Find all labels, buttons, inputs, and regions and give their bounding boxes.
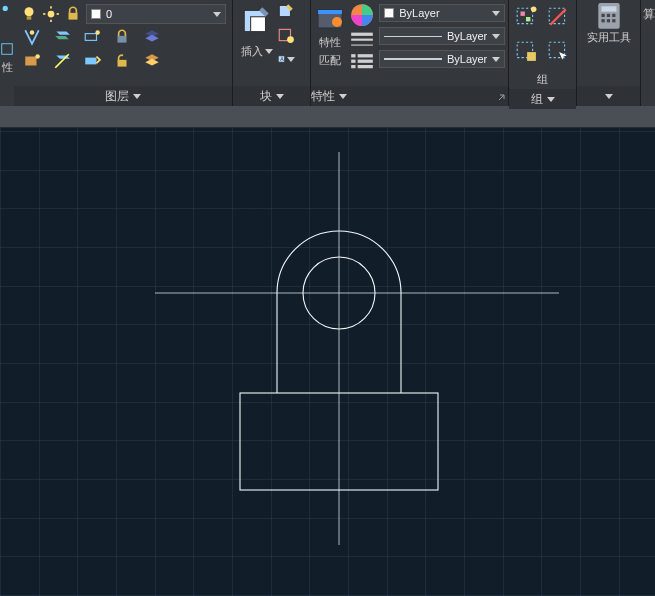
utilities-label: 实用工具	[587, 30, 631, 45]
svg-rect-43	[358, 60, 373, 63]
tab-strip[interactable]	[0, 106, 655, 128]
block-panel: 插入 A 块	[233, 0, 311, 106]
layer-off-icon[interactable]	[23, 28, 41, 46]
chevron-down-icon	[133, 94, 141, 99]
insert-label: 插入	[241, 44, 263, 59]
chevron-down-icon	[605, 94, 613, 99]
frag-label-1: 性	[0, 58, 14, 76]
match-properties-icon[interactable]	[315, 2, 345, 32]
lineweight-combo[interactable]: ByLayer	[379, 27, 505, 45]
svg-marker-17	[145, 35, 159, 42]
svg-marker-12	[55, 36, 69, 39]
block-edit-icon[interactable]	[277, 26, 295, 44]
layers-panel-title[interactable]: 图层	[14, 86, 232, 106]
sun-icon[interactable]	[42, 5, 60, 23]
group-ungroup-icon[interactable]	[547, 6, 569, 28]
svg-rect-57	[601, 14, 604, 17]
svg-point-14	[95, 30, 100, 35]
group-panel-title[interactable]: 组	[509, 89, 576, 109]
svg-rect-59	[612, 14, 615, 17]
properties-panel: 特性 匹配 ByLayer	[311, 0, 509, 106]
svg-rect-58	[606, 14, 609, 17]
svg-rect-41	[358, 54, 373, 57]
chevron-down-icon	[339, 94, 347, 99]
insert-block-icon[interactable]	[240, 4, 274, 38]
svg-rect-50	[549, 8, 564, 23]
svg-rect-27	[251, 17, 266, 32]
bulb-icon[interactable]	[20, 5, 38, 23]
color-wheel-icon[interactable]	[349, 2, 375, 28]
layers-panel-label: 图层	[105, 86, 129, 106]
layers-panel: 0 图层	[14, 0, 233, 106]
utilities-panel: 实用工具	[577, 0, 641, 106]
block-attr-icon[interactable]: A	[277, 50, 295, 68]
svg-rect-3	[27, 16, 32, 19]
svg-marker-11	[56, 31, 70, 34]
calculator-icon[interactable]	[594, 2, 624, 28]
layer-lock2-icon[interactable]	[113, 28, 131, 46]
svg-rect-34	[318, 10, 342, 14]
chevron-down-icon	[276, 94, 284, 99]
insert-button[interactable]: 插入	[241, 44, 273, 59]
properties-panel-label: 特性	[311, 86, 335, 106]
layer-isolate-icon[interactable]	[83, 28, 101, 46]
edit-attr-icon[interactable]	[277, 2, 295, 20]
layer-stack-icon[interactable]	[143, 28, 161, 46]
block-panel-label: 块	[260, 86, 272, 106]
layer-combo[interactable]: 0	[86, 4, 226, 24]
svg-rect-44	[351, 65, 355, 68]
dialog-launcher-icon[interactable]	[498, 91, 508, 101]
layer-unisolate-icon[interactable]	[83, 52, 101, 70]
svg-rect-45	[358, 65, 373, 68]
utilities-panel-title[interactable]	[577, 86, 640, 106]
svg-rect-13	[85, 34, 96, 41]
drawing-content	[0, 128, 655, 596]
drawing-canvas[interactable]	[0, 128, 655, 596]
svg-rect-23	[118, 60, 127, 67]
svg-point-49	[531, 7, 537, 13]
color-combo[interactable]: ByLayer	[379, 4, 505, 22]
group-create-icon[interactable]	[515, 6, 537, 28]
list-menu-icon[interactable]	[349, 52, 375, 70]
frag-icon-1[interactable]	[0, 2, 14, 20]
group-edit-icon[interactable]	[515, 40, 537, 62]
rightsliver-label: 算	[641, 0, 655, 23]
chevron-down-icon	[265, 49, 273, 54]
properties-panel-title[interactable]: 特性	[311, 86, 508, 106]
linetype-combo-value: ByLayer	[447, 53, 487, 65]
svg-point-2	[25, 7, 34, 16]
svg-marker-25	[145, 59, 159, 66]
svg-rect-56	[601, 6, 616, 11]
svg-rect-62	[612, 19, 615, 22]
lines-menu-icon[interactable]	[349, 31, 375, 49]
match-label1: 特性	[319, 35, 341, 50]
layer-freeze-icon[interactable]	[53, 28, 71, 46]
layer-unlock-icon[interactable]	[113, 52, 131, 70]
lock-icon[interactable]	[64, 5, 82, 23]
svg-point-10	[30, 30, 35, 35]
group-label: 组	[537, 72, 548, 87]
lineweight-combo-value: ByLayer	[447, 30, 487, 42]
block-panel-title[interactable]: 块	[233, 86, 310, 106]
svg-point-35	[332, 17, 342, 27]
layer-match-icon[interactable]	[23, 52, 41, 70]
group-panel-label: 组	[531, 89, 543, 109]
svg-rect-1	[2, 44, 13, 55]
layer-thaw-icon[interactable]	[53, 52, 71, 70]
color-swatch	[384, 8, 394, 18]
group-panel: 组 组	[509, 0, 577, 106]
svg-rect-53	[527, 52, 536, 61]
svg-rect-48	[526, 17, 530, 21]
linetype-combo[interactable]: ByLayer	[379, 50, 505, 68]
svg-rect-61	[606, 19, 609, 22]
svg-rect-9	[69, 13, 78, 20]
frag-icon-2[interactable]	[0, 40, 14, 58]
panel-fragment-left: 性	[0, 0, 14, 106]
group-select-icon[interactable]	[547, 40, 569, 62]
layer-stack2-icon[interactable]	[143, 52, 161, 70]
svg-rect-60	[601, 19, 604, 22]
chevron-down-icon	[492, 57, 500, 62]
layer-color-swatch	[91, 9, 101, 19]
line-preview	[384, 36, 442, 37]
match-label2: 匹配	[319, 53, 341, 68]
